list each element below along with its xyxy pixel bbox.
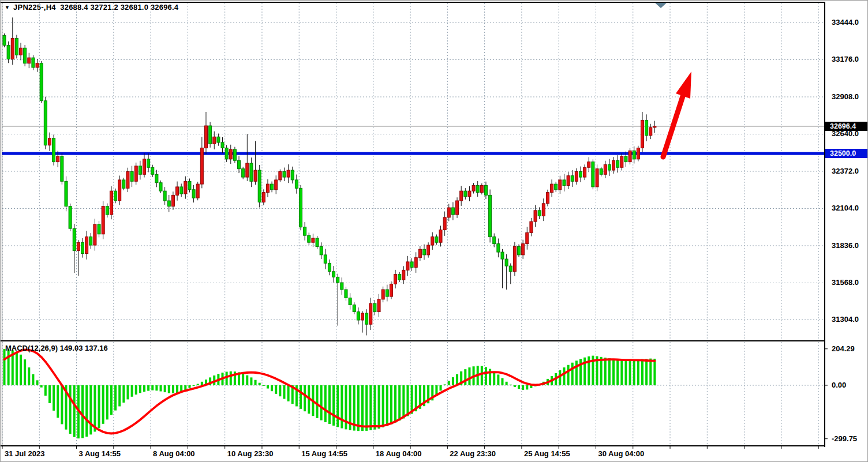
candle: [147, 159, 150, 167]
candle: [501, 252, 504, 259]
candle: [40, 63, 43, 101]
candle: [633, 151, 635, 159]
macd-bar: [320, 385, 323, 420]
time-axis-label: 31 Jul 2023: [5, 449, 44, 458]
time-axis-label: 15 Aug 14:55: [301, 449, 347, 458]
macd-bar: [506, 382, 508, 385]
macd-bar: [20, 355, 22, 385]
macd-bar: [155, 385, 158, 390]
macd-bar: [172, 385, 174, 393]
candle: [118, 180, 121, 201]
macd-bar: [16, 352, 18, 385]
candle: [518, 246, 521, 254]
candle: [575, 171, 578, 181]
macd-bar: [571, 363, 574, 385]
candle: [596, 169, 598, 187]
candle: [341, 283, 343, 290]
macd-bar: [616, 359, 619, 385]
macd-bar: [468, 367, 470, 385]
symbol-dropdown-icon[interactable]: ▼: [5, 5, 10, 10]
macd-bar: [263, 385, 265, 386]
candle: [176, 187, 179, 195]
macd-bar: [188, 385, 190, 388]
price-axis-label: 33444.0: [832, 18, 859, 27]
macd-bar: [522, 385, 524, 390]
macd-bar: [57, 385, 59, 418]
candle: [238, 160, 241, 168]
candle: [89, 237, 92, 245]
macd-bar: [365, 385, 368, 431]
candle: [534, 211, 537, 221]
macd-bar: [184, 385, 186, 390]
candle: [505, 259, 508, 266]
macd-bar: [3, 349, 6, 385]
macd-bar: [160, 385, 162, 392]
macd-bar: [481, 366, 483, 385]
trend-arrow-head: [676, 72, 691, 99]
macd-bar: [398, 385, 401, 420]
macd-bar: [168, 385, 170, 393]
candle: [345, 290, 347, 298]
macd-bar: [501, 378, 503, 385]
candle: [513, 246, 516, 271]
candle: [196, 184, 199, 198]
chart-header: ▼JPN225-,H4 32688.4 32721.2 32681.0 3269…: [5, 3, 178, 12]
candle: [394, 275, 397, 284]
candle: [81, 242, 84, 253]
candle: [143, 159, 145, 174]
candle: [616, 160, 619, 167]
candle: [304, 227, 306, 235]
time-axis-label: 22 Aug 23:30: [450, 449, 496, 458]
candle: [427, 245, 430, 255]
macd-bar: [255, 380, 257, 385]
macd-bar: [620, 359, 623, 385]
macd-axis-label: 0.00: [832, 381, 846, 389]
candle: [271, 184, 274, 190]
macd-bar: [28, 367, 30, 385]
candle: [447, 208, 450, 217]
macd-bar: [575, 360, 578, 385]
support-price-badge: 32500.0: [825, 149, 868, 158]
candle: [283, 171, 286, 177]
candle: [377, 299, 380, 312]
time-axis-label: 10 Aug 23:30: [227, 449, 274, 458]
candle: [316, 238, 319, 246]
macd-bar: [653, 359, 656, 385]
macd-bar: [176, 385, 178, 393]
candle: [418, 249, 421, 257]
macd-bar: [8, 350, 10, 385]
macd-bar: [563, 367, 565, 385]
candle: [110, 191, 113, 215]
candle: [233, 149, 236, 160]
macd-bar: [143, 385, 145, 392]
macd-title: MACD(12,26,9): [5, 344, 58, 352]
candle: [579, 171, 582, 177]
candle: [628, 151, 631, 161]
candle: [484, 186, 487, 196]
candle: [102, 206, 104, 234]
macd-bar: [283, 385, 285, 399]
macd-bar: [114, 385, 117, 411]
candle: [353, 305, 356, 312]
macd-bar: [147, 385, 149, 391]
candle: [583, 167, 586, 177]
macd-bar: [275, 385, 277, 394]
macd-bar: [493, 371, 495, 385]
candle: [308, 235, 310, 242]
macd-bar: [332, 385, 335, 426]
candle: [571, 176, 574, 182]
candle: [126, 171, 129, 188]
price-chart-canvas[interactable]: [1, 1, 868, 462]
macd-bar: [81, 385, 84, 438]
candle: [336, 277, 339, 283]
candle: [275, 180, 278, 190]
time-axis-label: 30 Aug 04:00: [598, 449, 644, 458]
candle: [551, 184, 553, 192]
candle: [497, 244, 500, 252]
macd-bar: [89, 385, 92, 434]
candle: [217, 137, 220, 142]
candle: [320, 246, 323, 254]
macd-bar: [600, 357, 603, 385]
macd-bar: [110, 385, 113, 415]
candle: [563, 180, 566, 186]
